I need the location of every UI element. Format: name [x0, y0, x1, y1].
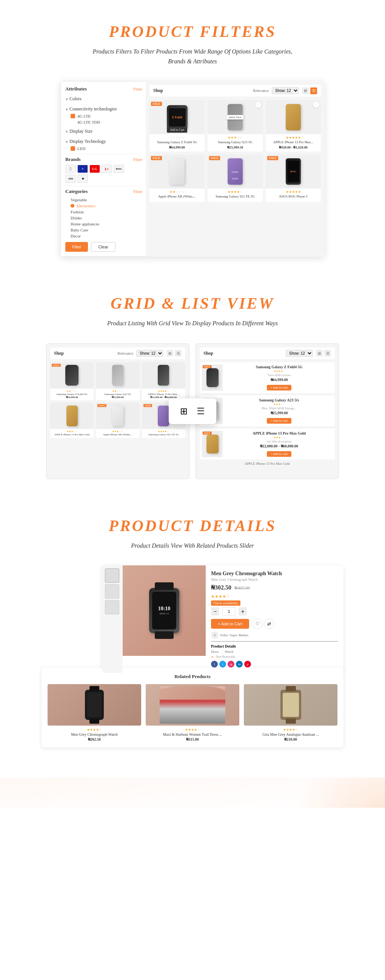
detail-wishlist-btn[interactable]: ♡ — [252, 619, 263, 629]
connectivity-section-title[interactable]: Connectivity technologies — [65, 105, 142, 113]
grid-show-select[interactable]: Show: 12 — [136, 350, 163, 357]
list-product-info: Samsung Galaxy A23 5G ★★★☆☆ Blue, White … — [226, 398, 332, 424]
watch-band-bottom — [155, 632, 174, 639]
quick-view-btn[interactable]: Quick View — [227, 115, 243, 119]
detail-main-card: 10:10 MON 12 Men Grey Chronograph Watch … — [102, 565, 343, 673]
other-brand[interactable]: ◈ — [77, 175, 88, 183]
colors-section-title[interactable]: Colors — [65, 95, 142, 103]
small-product-img — [96, 362, 139, 388]
product-info: ★★★★☆ Samsung Galaxy S21 FE 5G — [208, 188, 263, 202]
product-card: ♡ ★★★★★ APPLE iPhone 13 Pro Max... ₦920.… — [266, 100, 321, 151]
detail-thumb-1[interactable] — [105, 568, 119, 583]
baby-care-label: Baby Care — [70, 228, 88, 232]
list-icon[interactable]: ☰ — [175, 350, 182, 356]
4glte-tdd-item[interactable]: 4G LTE TDD — [65, 119, 142, 125]
related-name: Gira Men Grey Analogue Analisan ... — [244, 732, 337, 737]
list-add-btn[interactable]: + Add to cart — [267, 385, 291, 390]
linkedin-icon[interactable]: in — [236, 661, 243, 668]
instagram-icon[interactable]: ig — [228, 661, 235, 668]
list-product-reviews: View 4268 reviews — [226, 374, 332, 377]
decor-category[interactable]: Decor — [65, 233, 142, 239]
list-toggle-icon[interactable]: ☰ — [196, 406, 205, 417]
qty-plus-btn[interactable]: + — [238, 607, 247, 616]
detail-thumb-2[interactable] — [105, 584, 119, 598]
adidas-brand[interactable]: ADI — [65, 175, 76, 183]
apple-brand[interactable]:  — [65, 165, 76, 173]
product-stars: ★★★★☆ — [210, 190, 260, 194]
filter-link[interactable]: Filter — [133, 87, 142, 91]
phone-image: GalaxyS21FE — [228, 158, 243, 185]
product-details-subtitle: Product Details View With Related Produc… — [87, 541, 298, 551]
shop-panel: Shop Relevance Show: 12 ⊞ ☰ SAL — [146, 81, 324, 257]
product-name: Samsung Galaxy Z Fold4 5G — [152, 140, 202, 145]
baby-care-category[interactable]: Baby Care — [65, 227, 142, 233]
detail-thumb-3[interactable] — [105, 600, 119, 614]
phone-img — [112, 365, 123, 386]
grid-list-title: GRID & LIST VIEW — [8, 294, 377, 312]
fashion-category[interactable]: Fashion — [65, 209, 142, 215]
phone-image — [286, 104, 301, 130]
electronics-category[interactable]: Electronics — [65, 203, 142, 209]
4glte-item[interactable]: 4G LTE — [65, 113, 142, 119]
product-stars: ★★★★★ — [268, 136, 319, 140]
related-img — [146, 684, 239, 725]
sale-badge: SALE — [151, 156, 162, 160]
detail-price: ₦302.50 — [211, 584, 232, 591]
view-icons: ⊞ ☰ — [302, 88, 317, 94]
seller-info: S Seller: Super Market — [211, 632, 338, 639]
detail-compare-btn[interactable]: ⇄ — [264, 619, 275, 629]
phone-img — [206, 368, 219, 387]
lg-brand[interactable]: LG — [89, 165, 100, 173]
twitter-icon[interactable]: t — [219, 661, 226, 668]
rog-brand[interactable]: ROG — [113, 165, 124, 173]
home-appliances-category[interactable]: Home appliances — [65, 221, 142, 227]
filter-panel: Attributes Filter Colors Connectivity te… — [61, 81, 147, 257]
qty-minus-btn[interactable]: − — [211, 607, 219, 616]
list-add-btn[interactable]: + Add to cart — [267, 451, 291, 457]
brands-filter-link[interactable]: Filter — [133, 157, 142, 162]
led-item[interactable]: LED — [65, 145, 142, 151]
list-view-icon[interactable]: ☰ — [310, 88, 317, 94]
small-product-img: SALE — [96, 402, 139, 429]
sale-badge: SALE — [267, 156, 278, 160]
led-label: LED — [77, 146, 85, 151]
categories-filter-link[interactable]: Filter — [133, 189, 142, 194]
wishlist-btn[interactable]: ♡ — [313, 102, 320, 108]
drinks-category[interactable]: Drinks — [65, 215, 142, 221]
pinterest-icon[interactable]: p — [244, 661, 251, 668]
display-size-title[interactable]: Display Size — [65, 127, 142, 135]
watch-shape: 10:10 MON 12 — [149, 588, 179, 633]
list-shop-header: Shop Show: 12 ⊞ ☰ — [200, 347, 335, 359]
detail-add-to-cart-btn[interactable]: + Add to Cart — [211, 619, 249, 629]
list-list-icon[interactable]: ☰ — [324, 350, 331, 356]
grid-toggle-icon[interactable]: ⊞ — [180, 406, 188, 417]
product-card: SALE Z Fold4 Add to Cart ☆☆☆☆☆ Samsung G… — [150, 100, 204, 151]
display-tech-title[interactable]: Display Technology — [65, 138, 142, 145]
wishlist-btn[interactable]: ♡ — [255, 102, 261, 108]
product-card: SALE ★★☆☆☆ Apple iPhone XR (White,... — [150, 154, 204, 202]
clear-button[interactable]: Clear — [91, 242, 115, 252]
list-show-select[interactable]: Show: 12 — [286, 350, 313, 357]
oneplus-brand[interactable]: 1+ — [102, 165, 112, 173]
filter-button[interactable]: Filter — [65, 242, 88, 252]
list-grid-icon[interactable]: ⊞ — [316, 350, 323, 356]
show-select[interactable]: Show: 12 — [272, 87, 299, 94]
detail-meta: Dress Watch — [211, 650, 338, 654]
small-name: Samsung Galaxy A23 5G — [97, 393, 138, 396]
vegetable-category[interactable]: Vegetable — [65, 197, 142, 203]
small-stars: ★★★★☆ — [144, 430, 184, 433]
grid-icon[interactable]: ⊞ — [166, 350, 173, 356]
display-size-section: Display Size — [65, 127, 142, 135]
qty-input[interactable] — [222, 607, 235, 616]
add-to-cart-btn[interactable]: Add to Cart — [167, 127, 187, 133]
grid-view-icon[interactable]: ⊞ — [302, 88, 309, 94]
small-product-card: SALE ★★☆☆☆ Samsung Galaxy Z Fold4 5G ₦54… — [50, 362, 94, 400]
detail-dress: Dress — [211, 650, 219, 654]
list-add-btn[interactable]: + Add to cart — [267, 418, 291, 424]
filter-mockup-container: Attributes Filter Colors Connectivity te… — [22, 81, 363, 257]
filter-panel-title: Attributes — [65, 86, 87, 92]
home-appliances-label: Home appliances — [70, 222, 99, 226]
facebook-icon[interactable]: f — [211, 661, 218, 668]
grid-list-section: GRID & LIST VIEW Product Listing With Gr… — [0, 272, 385, 494]
samsung-brand[interactable]: S — [77, 165, 88, 173]
